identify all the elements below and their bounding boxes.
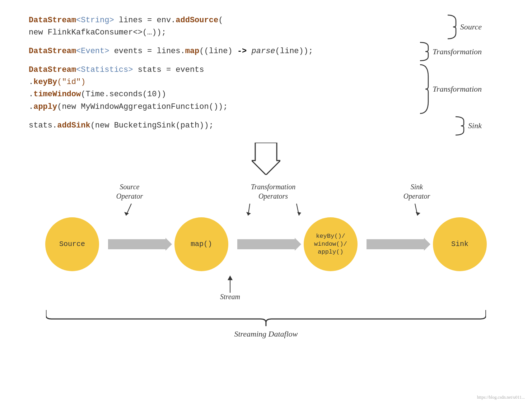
- code-text-2b: …: [147, 28, 152, 37]
- code-kw-datastream3: DataStream: [29, 65, 76, 74]
- code-text-2c: ));: [152, 28, 166, 37]
- code-line-1: DataStream<String> lines = env.addSource…: [29, 14, 503, 27]
- diagram-section: Source Operator Transformation Operators: [0, 182, 532, 353]
- sink-operator-label: Sink Operator: [381, 182, 453, 201]
- source-node-wrap: Source: [36, 217, 108, 271]
- code-text-7c: (new MyWindowAggregationFunction());: [57, 102, 228, 111]
- code-text-8c: (new BucketingSink(path));: [90, 121, 214, 130]
- brace-source: [446, 14, 457, 40]
- code-method-addsink: addSink: [57, 121, 90, 130]
- code-method-keyby: keyBy: [33, 78, 57, 87]
- code-type-string: <String>: [76, 16, 114, 25]
- code-text-1c: lines = env.: [114, 16, 176, 25]
- code-text-1e: (: [218, 16, 223, 25]
- code-line-8: stats.addSink(new BucketingSink(path));: [29, 120, 503, 132]
- keyby-node-wrap: keyBy()/ window()/ apply(): [295, 217, 367, 271]
- brace-sink: [454, 116, 465, 136]
- watermark: https://blog.csdn.net/u011...: [477, 395, 525, 400]
- transformation-arrow-left: [244, 203, 259, 217]
- annotation-transformation1-label: Transformation: [433, 47, 482, 56]
- svg-marker-0: [252, 143, 280, 175]
- code-text-3g: [247, 47, 251, 56]
- bottom-brace: [46, 308, 486, 326]
- brace-transformation2: [418, 64, 429, 114]
- sink-node-wrap: Sink: [424, 217, 496, 271]
- brace-transformation1: [418, 42, 429, 61]
- svg-marker-2: [124, 212, 129, 216]
- streaming-dataflow-label: Streaming Dataflow: [234, 329, 298, 338]
- code-text-2a: new FlinkKafkaConsumer<>(: [29, 28, 147, 37]
- code-method-timewindow: timeWindow: [33, 90, 81, 99]
- stream-up-arrow: [225, 275, 235, 293]
- annotation-transformation1: Transformation: [418, 42, 482, 61]
- code-method-map: map: [185, 47, 200, 56]
- outer-brace-wrap: Source Operator Transformation Operators: [22, 182, 510, 339]
- annotation-transformation2: Transformation: [418, 64, 482, 114]
- map-node-wrap: map(): [165, 217, 237, 271]
- annotation-source-label: Source: [460, 22, 482, 32]
- code-type-statistics: <Statistics>: [76, 65, 133, 74]
- code-type-event: <Event>: [76, 47, 109, 56]
- map-circle: map(): [174, 217, 228, 271]
- sink-circle: Sink: [433, 217, 487, 271]
- code-text-3c: events = lines.: [109, 47, 185, 56]
- transformation-arrow-right: [288, 203, 302, 217]
- arrow-keyby-sink: [367, 239, 424, 249]
- code-kw-datastream2: DataStream: [29, 47, 76, 56]
- svg-marker-6: [297, 212, 301, 216]
- sink-operator-arrow: [410, 203, 424, 217]
- annotation-sink-label: Sink: [468, 121, 482, 130]
- source-operator-arrow: [122, 203, 137, 217]
- source-operator-label: Source Operator: [94, 182, 165, 201]
- annotation-transformation2-label: Transformation: [433, 84, 482, 94]
- code-str-id: ("id"): [57, 78, 85, 87]
- code-text-7a: .: [29, 102, 33, 111]
- code-text-5a: .: [29, 78, 33, 87]
- code-arrow: ->: [237, 47, 247, 56]
- svg-marker-8: [416, 212, 420, 216]
- code-method-apply: apply: [33, 102, 57, 111]
- keyby-circle: keyBy()/ window()/ apply(): [304, 217, 358, 271]
- code-text-4c: stats = events: [133, 65, 204, 74]
- code-text-3e: ((line): [199, 47, 237, 56]
- down-arrow-section: [0, 139, 532, 182]
- arrow-map-keyby: [237, 239, 295, 249]
- code-text-6c: (Time.seconds(10)): [81, 90, 166, 99]
- source-circle: Source: [45, 217, 99, 271]
- down-arrow-icon: [252, 143, 280, 175]
- transformation-operators-label: Transformation Operators: [223, 182, 323, 201]
- svg-marker-10: [228, 275, 233, 280]
- annotation-sink: Sink: [454, 116, 482, 136]
- code-method-addsource: addSource: [176, 16, 218, 25]
- code-section: DataStream<String> lines = env.addSource…: [0, 0, 532, 139]
- arrow-source-map: [108, 239, 165, 249]
- annotation-source: Source: [446, 14, 482, 40]
- code-line-2: new FlinkKafkaConsumer<>(…));: [29, 27, 503, 39]
- stream-label: Stream: [220, 293, 240, 301]
- code-text-3i: (line));: [275, 47, 313, 56]
- code-fn-parse: parse: [252, 47, 275, 56]
- code-text-8a: stats.: [29, 121, 57, 130]
- code-kw-datastream1: DataStream: [29, 16, 76, 25]
- code-text-6a: .: [29, 90, 33, 99]
